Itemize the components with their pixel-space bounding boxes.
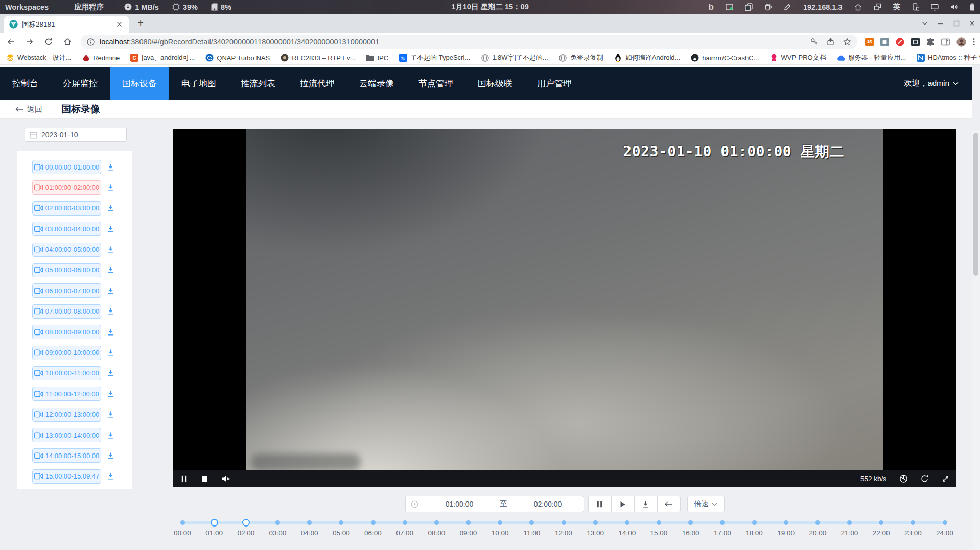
record-download-button[interactable] xyxy=(107,225,114,233)
record-time-button[interactable]: 03:00:00-04:00:00 xyxy=(32,222,101,236)
record-download-button[interactable] xyxy=(107,349,114,356)
window-stack-icon[interactable] xyxy=(874,3,881,11)
workspaces-button[interactable]: Workspaces xyxy=(5,3,49,11)
phone-link-icon[interactable] xyxy=(912,3,919,11)
play-button[interactable] xyxy=(611,496,635,512)
bookmark-item[interactable]: IPC xyxy=(366,54,388,62)
home-icon[interactable] xyxy=(854,3,862,11)
bookmark-item[interactable]: QNAP Turbo NAS xyxy=(205,54,270,62)
pause-button[interactable] xyxy=(588,496,612,512)
bookmark-item[interactable]: 如何编译Android... xyxy=(614,53,681,62)
speed-dropdown[interactable]: 倍速 xyxy=(687,496,725,512)
back-button[interactable]: 返回 xyxy=(15,105,42,114)
nav-tab[interactable]: 国标设备 xyxy=(110,67,169,100)
timeline-point[interactable] xyxy=(403,520,407,525)
forward-navigation-icon[interactable] xyxy=(25,37,34,46)
page-scrollbar[interactable] xyxy=(972,130,980,550)
record-time-button[interactable]: 06:00:00-07:00:00 xyxy=(32,283,101,298)
record-time-button[interactable]: 15:00:00-15:09:47 xyxy=(32,469,101,484)
extension-red-ext[interactable] xyxy=(896,38,904,46)
record-time-button[interactable]: 09:00:00-10:00:00 xyxy=(32,346,101,360)
timeline-point[interactable] xyxy=(847,520,852,525)
bing-icon[interactable]: b xyxy=(709,3,714,11)
timeline-point[interactable] xyxy=(180,520,185,525)
record-time-button[interactable]: 13:00:00-14:00:00 xyxy=(32,428,101,442)
start-time-value[interactable]: 01:00:00 xyxy=(424,500,495,508)
color-picker-icon[interactable] xyxy=(784,3,791,11)
nav-tab[interactable]: 云端录像 xyxy=(347,67,406,100)
back-navigation-icon[interactable] xyxy=(6,37,15,46)
timeline-slider[interactable]: 00:0001:0002:0003:0004:0005:0006:0007:00… xyxy=(0,514,972,550)
timeline-point[interactable] xyxy=(720,520,725,525)
record-download-button[interactable] xyxy=(107,287,114,295)
time-range-input[interactable]: 01:00:00 至 02:00:00 xyxy=(405,496,584,512)
new-tab-button[interactable]: + xyxy=(135,17,146,29)
record-download-button[interactable] xyxy=(107,184,114,192)
timeline-point[interactable] xyxy=(657,520,661,525)
bookmark-item[interactable]: Cjava、android可... xyxy=(130,53,195,62)
address-bar[interactable]: localhost:38080/#/gbRecordDetail/3402000… xyxy=(81,35,857,49)
input-method-label[interactable]: 英 xyxy=(893,2,901,12)
record-time-button[interactable]: 12:00:00-13:00:00 xyxy=(32,408,101,422)
bookmark-item[interactable]: 1.8W字|了不起的... xyxy=(481,53,548,62)
timeline-point[interactable] xyxy=(943,520,947,525)
timeline-point[interactable] xyxy=(752,520,757,525)
record-download-button[interactable] xyxy=(107,472,114,480)
record-time-button[interactable]: 00:00:00-01:00:00 xyxy=(32,160,101,174)
timeline-point-selected[interactable] xyxy=(242,519,250,527)
nav-tab[interactable]: 电子地图 xyxy=(169,67,228,100)
nav-tab[interactable]: 分屏监控 xyxy=(51,67,110,100)
share-icon[interactable] xyxy=(827,38,834,46)
star-icon[interactable] xyxy=(843,38,851,46)
record-download-button[interactable] xyxy=(107,390,114,398)
record-time-button[interactable]: 02:00:00-03:00:00 xyxy=(32,201,101,216)
timeline-point[interactable] xyxy=(562,520,566,525)
timeline-point-selected[interactable] xyxy=(211,519,218,527)
bookmark-item[interactable]: 免登录复制 xyxy=(559,53,603,62)
record-time-button[interactable]: 07:00:00-08:00:00 xyxy=(32,304,101,319)
record-time-button[interactable]: 04:00:00-05:00:00 xyxy=(32,243,101,257)
extension-js-badge[interactable]: JS xyxy=(865,38,874,46)
display-icon[interactable] xyxy=(931,4,939,11)
record-download-button[interactable] xyxy=(107,163,114,171)
record-download-button[interactable] xyxy=(107,246,114,253)
timeline-point[interactable] xyxy=(911,520,915,525)
nav-tab[interactable]: 推流列表 xyxy=(228,67,288,100)
beverage-icon[interactable] xyxy=(764,3,772,11)
timeline-point[interactable] xyxy=(529,520,534,525)
date-picker[interactable]: 2023-01-10 xyxy=(25,128,127,142)
record-time-button[interactable]: 08:00:00-09:00:00 xyxy=(32,325,101,339)
reload-icon[interactable] xyxy=(44,37,53,46)
close-icon[interactable] xyxy=(969,20,975,26)
record-download-button[interactable] xyxy=(107,307,114,315)
key-icon[interactable] xyxy=(810,38,818,46)
record-time-button[interactable]: 14:00:00-15:00:00 xyxy=(32,448,101,463)
timeline-point[interactable] xyxy=(275,520,280,525)
volume-muted-icon[interactable] xyxy=(222,475,230,482)
bookmark-item[interactable]: 知了不起的 TypeScri... xyxy=(399,53,470,62)
video-player[interactable]: 2023-01-10 01:00:00 星期二 552 kb/s xyxy=(173,129,956,487)
browser-tab[interactable]: 国标28181 xyxy=(4,16,129,33)
kebab-icon[interactable] xyxy=(973,38,975,46)
record-time-button[interactable]: 11:00:00-12:00:00 xyxy=(32,387,101,401)
timeline-point[interactable] xyxy=(688,520,693,525)
bookmark-item[interactable]: RFC2833 – RTP Ev... xyxy=(281,54,355,62)
applications-menu[interactable]: 应用程序 xyxy=(74,2,104,12)
timeline-point[interactable] xyxy=(815,520,820,525)
browser-home-icon[interactable] xyxy=(63,37,72,46)
tab-close-icon[interactable] xyxy=(115,20,124,29)
timeline-point[interactable] xyxy=(625,520,629,525)
download-button[interactable] xyxy=(634,496,658,512)
bookmark-item[interactable]: 服务器 - 轻量应用... xyxy=(837,53,906,62)
record-download-button[interactable] xyxy=(107,328,114,336)
timeline-point[interactable] xyxy=(498,520,502,525)
bookmark-item[interactable]: WVP-PRO文档 xyxy=(770,53,826,62)
nav-tab[interactable]: 国标级联 xyxy=(465,67,525,100)
timeline-point[interactable] xyxy=(784,520,788,525)
extension-gray-ext[interactable] xyxy=(880,38,889,46)
nav-tab[interactable]: 拉流代理 xyxy=(288,67,347,100)
screenshot-tool-icon[interactable] xyxy=(726,3,733,11)
jump-back-button[interactable] xyxy=(657,496,681,512)
timeline-point[interactable] xyxy=(339,520,343,525)
refresh-icon[interactable] xyxy=(921,475,928,483)
